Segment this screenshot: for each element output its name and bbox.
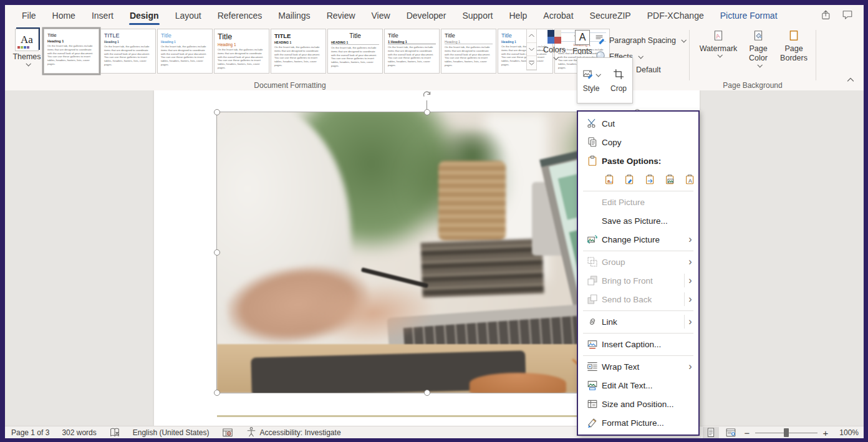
page-indicator[interactable]: Page 1 of 3 (7, 428, 53, 437)
gallery-down-button[interactable] (527, 43, 536, 57)
word-count[interactable]: 302 words (58, 428, 100, 437)
menu-item-group: Group› (578, 252, 698, 271)
menu-item-paste-options[interactable]: Paste Options: (578, 151, 698, 170)
status-bar: Page 1 of 3 302 words English (United St… (5, 426, 864, 438)
zoom-level[interactable]: 100% (834, 428, 861, 437)
watermark-button[interactable]: A Watermark (696, 30, 741, 57)
style-set-card[interactable]: Title1 Heading 1On the Insert tab, the g… (384, 29, 440, 74)
fonts-button[interactable]: A Fonts (570, 30, 595, 55)
tab-picture-format[interactable]: Picture Format (712, 5, 786, 26)
themes-button[interactable]: Aa Themes (10, 29, 44, 86)
menu-item-wrap-text[interactable]: Wrap Text› (578, 357, 698, 376)
tab-layout[interactable]: Layout (167, 5, 210, 26)
style-set-card[interactable]: TitleHEADING 1On the Insert tab, the gal… (327, 29, 383, 74)
menu-item-bring-to-front: Bring to Front› (578, 271, 698, 290)
submenu-arrow-icon: › (684, 292, 696, 306)
tab-developer[interactable]: Developer (398, 5, 455, 26)
menu-item-size-and-position[interactable]: Size and Position... (578, 395, 698, 413)
print-layout-view-button[interactable] (703, 427, 719, 438)
menu-item-insert-caption[interactable]: Insert Caption... (578, 335, 698, 353)
style-card-heading: HEADING 1 (274, 41, 322, 44)
menu-item-edit-alt-text[interactable]: Edit Alt Text... (578, 376, 698, 395)
paste-option-merge-formatting-icon[interactable] (622, 171, 637, 188)
paste-option-keep-source-formatting-icon[interactable]: a (602, 171, 617, 188)
style-set-card[interactable]: TITLEHEADING 1On the Insert tab, the gal… (271, 29, 326, 74)
ribbon-design-tab: Aa Themes TitleHeading 1On the Insert ta… (5, 26, 864, 91)
menu-item-cut[interactable]: Cut (578, 114, 698, 133)
share-icon[interactable] (819, 7, 834, 22)
macro-recording-icon[interactable] (218, 427, 237, 438)
menu-item-format-picture[interactable]: Format Picture... (578, 413, 698, 432)
tab-acrobat[interactable]: Acrobat (535, 5, 581, 26)
zoom-in-button[interactable]: + (821, 428, 830, 438)
web-layout-view-button[interactable] (723, 427, 739, 438)
menu-item-copy[interactable]: Copy (578, 133, 698, 151)
document-photo[interactable] (217, 112, 637, 393)
menu-item-change-picture[interactable]: Change Picture› (578, 230, 698, 249)
comment-icon[interactable] (840, 7, 855, 22)
tab-home[interactable]: Home (44, 5, 84, 26)
tab-view[interactable]: View (364, 5, 398, 26)
style-card-body: On the Insert tab, the galleries include… (161, 45, 209, 67)
selection-handle-bottom-center[interactable] (424, 390, 430, 396)
tab-pdf-xchange[interactable]: PDF-XChange (639, 5, 712, 26)
tab-review[interactable]: Review (319, 5, 364, 26)
chevron-down-icon (681, 37, 686, 42)
selection-handle-top-center[interactable] (424, 109, 430, 115)
menu-separator (583, 333, 693, 334)
style-set-card[interactable]: TitleHeading 1On the Insert tab, the gal… (214, 29, 269, 74)
page-borders-button[interactable]: Page Borders (776, 30, 812, 64)
style-card-title: Title (218, 32, 266, 41)
tab-insert[interactable]: Insert (84, 5, 122, 26)
zoom-slider[interactable] (755, 427, 817, 438)
bring-to-front-icon (583, 275, 602, 286)
tab-support[interactable]: Support (454, 5, 501, 26)
tab-help[interactable]: Help (501, 5, 536, 26)
picture-crop-button[interactable]: Crop (605, 58, 632, 103)
gallery-up-button[interactable] (527, 29, 536, 43)
ribbon-tab-bar: FileHomeInsertDesignLayoutReferencesMail… (5, 5, 864, 26)
rotate-handle-icon[interactable] (422, 90, 433, 104)
set-as-default-button[interactable]: Default (636, 65, 661, 74)
style-card-body: On the Insert tab, the galleries include… (104, 45, 152, 67)
menu-item-label: Save as Picture... (602, 216, 685, 226)
selection-handle-mid-left[interactable] (214, 249, 220, 256)
scissors-icon (583, 118, 602, 129)
style-set-card[interactable]: TitleHeading 1On the Insert tab, the gal… (44, 29, 99, 74)
zoom-slider-thumb[interactable] (784, 428, 789, 437)
tab-securezip[interactable]: SecureZIP (582, 5, 639, 26)
tab-references[interactable]: References (210, 5, 271, 26)
accessibility-checker[interactable]: Accessibility: Investigate (242, 426, 345, 439)
style-set-card[interactable]: TitleHeading 1On the Insert tab, the gal… (441, 29, 496, 74)
collapse-ribbon-icon[interactable] (845, 74, 856, 88)
proofing-errors-icon[interactable] (105, 427, 124, 438)
tab-file[interactable]: File (14, 5, 44, 26)
style-set-card[interactable]: TitleHeading 1On the Insert tab, the gal… (157, 29, 213, 74)
selection-handle-bottom-left[interactable] (214, 390, 220, 396)
style-set-card[interactable]: TITLEHeading 1On the Insert tab, the gal… (100, 29, 156, 74)
style-card-body: On the Insert tab, the galleries include… (47, 44, 95, 66)
size-position-icon (583, 398, 602, 410)
send-to-back-icon (583, 294, 602, 305)
paste-option-picture-icon[interactable] (662, 171, 678, 188)
page-color-button[interactable]: Page Color (742, 30, 774, 67)
tab-design[interactable]: Design (122, 5, 167, 26)
language-indicator[interactable]: English (United States) (129, 428, 213, 437)
paste-option-paste-link-icon[interactable] (642, 171, 658, 188)
menu-item-label: Send to Back (602, 295, 684, 304)
zoom-out-button[interactable]: − (743, 428, 751, 438)
crop-icon (613, 69, 624, 82)
svg-text:a: a (607, 178, 610, 184)
paragraph-spacing-button[interactable]: Paragraph Spacing (595, 34, 685, 47)
paste-option-keep-text-only-icon[interactable]: A (683, 171, 698, 188)
gallery-more-button[interactable] (527, 56, 536, 70)
picture-style-button[interactable]: Style (577, 58, 605, 103)
style-card-title: TITLE (104, 32, 152, 39)
menu-item-save-as-picture[interactable]: Save as Picture... (578, 211, 698, 230)
style-card-body: On the Insert tab, the galleries include… (274, 46, 322, 67)
chevron-down-icon (638, 54, 643, 59)
selection-handle-top-left[interactable] (214, 109, 220, 115)
menu-item-link[interactable]: Link› (578, 312, 698, 331)
tab-mailings[interactable]: Mailings (270, 5, 318, 26)
colors-button[interactable]: Colors (540, 30, 569, 60)
